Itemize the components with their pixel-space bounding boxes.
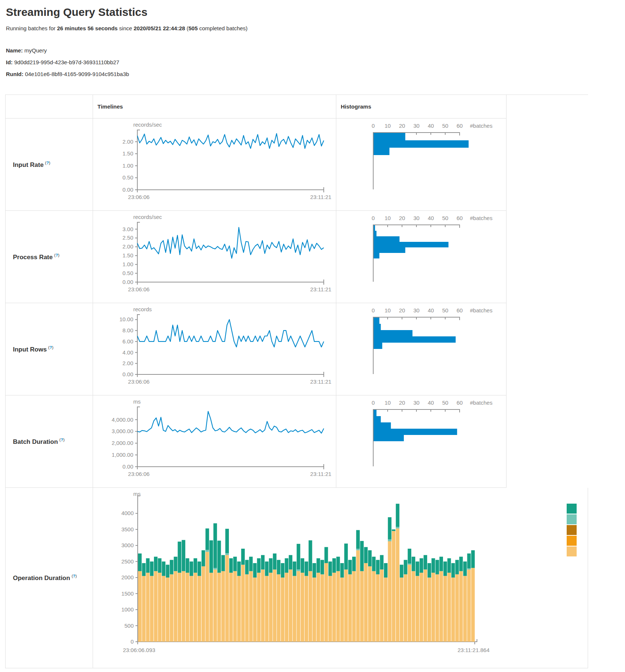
operation-duration-chart-cell: ms4000350030002500200015001000500023:06:… [93, 488, 588, 668]
summary-prefix: Running batches for [6, 25, 57, 31]
row-label: Process Rate [13, 253, 53, 260]
svg-text:40: 40 [428, 215, 434, 221]
svg-text:0.00: 0.00 [123, 279, 133, 285]
svg-text:1.50: 1.50 [123, 150, 133, 157]
svg-text:40: 40 [428, 307, 434, 313]
query-meta: Name: myQuery Id: 9d0dd219-995d-423e-b97… [6, 45, 625, 80]
input-rows-help-icon[interactable]: (?) [48, 345, 54, 350]
operation-duration-label-cell: Operation Duration(?) [6, 488, 93, 668]
row-label: Input Rows [13, 346, 47, 353]
svg-text:0: 0 [372, 123, 375, 129]
row-label: Operation Duration [13, 575, 70, 582]
svg-text:1500: 1500 [121, 590, 134, 597]
input-rows-label-cell: Input Rows(?) [6, 303, 93, 395]
svg-text:20: 20 [399, 400, 405, 406]
svg-text:10: 10 [385, 307, 391, 313]
svg-text:50: 50 [442, 215, 449, 221]
input-rate-row: Input Rate(?) records/sec2.001.501.000.5… [6, 119, 588, 211]
svg-text:10: 10 [385, 400, 391, 406]
input-rate-histogram-cell: 0102030405060#batches [336, 119, 506, 211]
query-id-label: Id: [6, 59, 13, 65]
svg-text:1,000.00: 1,000.00 [112, 452, 133, 458]
svg-text:30: 30 [413, 307, 420, 313]
histograms-header: Histograms [336, 95, 506, 119]
running-batches-summary: Running batches for 26 minutes 56 second… [6, 25, 625, 31]
query-id-line: Id: 9d0dd219-995d-423e-b97d-36931110bb27 [6, 56, 625, 68]
process-rate-histogram-chart: 0102030405060#batches [336, 211, 506, 295]
svg-text:1.50: 1.50 [123, 252, 133, 258]
query-id-value: 9d0dd219-995d-423e-b97d-36931110bb27 [14, 59, 120, 65]
svg-text:3000: 3000 [121, 542, 134, 548]
streaming-query-statistics-page: Streaming Query Statistics Running batch… [0, 0, 625, 672]
svg-text:3.00: 3.00 [123, 226, 133, 232]
batch-duration-help-icon[interactable]: (?) [59, 438, 65, 442]
svg-text:0.50: 0.50 [123, 270, 133, 276]
query-runid-value: 04e101e6-8bf8-4165-9099-9104c951ba3b [25, 71, 129, 77]
svg-text:2.00: 2.00 [123, 360, 133, 366]
input-rows-timeline-cell: records10.008.006.004.002.000.0023:06:06… [93, 303, 336, 395]
svg-text:2.00: 2.00 [123, 138, 133, 145]
svg-text:#batches: #batches [470, 400, 492, 406]
input-rows-histogram-cell: 0102030405060#batches [336, 303, 506, 395]
process-rate-help-icon[interactable]: (?) [54, 253, 59, 257]
svg-text:3500: 3500 [121, 526, 134, 532]
svg-text:records: records [133, 306, 152, 312]
row-label: Batch Duration [13, 438, 58, 445]
svg-text:23:06:06.093: 23:06:06.093 [123, 647, 155, 653]
svg-text:30: 30 [413, 123, 420, 129]
input-rate-timeline-cell: records/sec2.001.501.000.500.0023:06:062… [93, 119, 336, 211]
statistics-table: Timelines Histograms Input Rate(?) recor… [5, 95, 588, 668]
operation-duration-help-icon[interactable]: (?) [72, 574, 77, 578]
query-name-value: myQuery [24, 47, 47, 54]
input-rate-label-cell: Input Rate(?) [6, 119, 93, 211]
process-rate-histogram-cell: 0102030405060#batches [336, 211, 506, 303]
svg-text:10.00: 10.00 [119, 316, 133, 322]
completed-batches-count: 505 [189, 25, 198, 31]
svg-text:50: 50 [442, 400, 449, 406]
operation-duration-row: Operation Duration(?) ms4000350030002500… [6, 488, 588, 668]
process-rate-row: Process Rate(?) records/sec3.002.502.001… [6, 211, 588, 303]
page-title: Streaming Query Statistics [6, 6, 625, 18]
svg-text:20: 20 [399, 215, 405, 221]
svg-text:6.00: 6.00 [123, 338, 133, 344]
svg-text:40: 40 [428, 123, 434, 129]
svg-text:0.00: 0.00 [123, 371, 133, 377]
svg-text:#batches: #batches [470, 215, 492, 221]
svg-text:0: 0 [372, 215, 375, 221]
batch-duration-histogram-cell: 0102030405060#batches [336, 395, 506, 488]
svg-text:23:11:21.864: 23:11:21.864 [458, 647, 490, 653]
input-rate-timeline-chart: records/sec2.001.501.000.500.0023:06:062… [93, 119, 335, 203]
svg-text:23:06:06: 23:06:06 [128, 471, 150, 477]
svg-text:0.00: 0.00 [123, 463, 133, 470]
process-rate-timeline-cell: records/sec3.002.502.001.501.000.500.002… [93, 211, 336, 303]
svg-text:0: 0 [372, 400, 375, 406]
svg-text:0: 0 [372, 307, 375, 313]
svg-text:23:11:21: 23:11:21 [310, 471, 331, 477]
input-rows-row: Input Rows(?) records10.008.006.004.002.… [6, 303, 588, 395]
summary-paren: ( [185, 25, 188, 31]
batch-duration-row: Batch Duration(?) ms4,000.003,000.002,00… [6, 395, 588, 488]
batch-duration-timeline-cell: ms4,000.003,000.002,000.001,000.000.0023… [93, 395, 336, 488]
svg-text:30: 30 [413, 400, 420, 406]
svg-text:23:06:06: 23:06:06 [128, 286, 150, 292]
summary-suffix: completed batches) [198, 25, 248, 31]
svg-text:records/sec: records/sec [133, 214, 162, 220]
svg-text:50: 50 [442, 307, 449, 313]
svg-text:40: 40 [428, 400, 434, 406]
svg-text:1.00: 1.00 [123, 162, 133, 169]
svg-text:23:06:06: 23:06:06 [128, 378, 150, 385]
svg-text:50: 50 [442, 123, 449, 129]
svg-text:23:11:21: 23:11:21 [310, 378, 331, 385]
svg-text:10: 10 [385, 215, 391, 221]
svg-text:ms: ms [133, 398, 141, 405]
batch-duration-timeline-chart: ms4,000.003,000.002,000.001,000.000.0023… [93, 395, 335, 480]
svg-text:#batches: #batches [470, 307, 492, 313]
process-rate-label-cell: Process Rate(?) [6, 211, 93, 303]
svg-text:1.00: 1.00 [123, 261, 133, 267]
svg-text:1000: 1000 [121, 606, 134, 613]
svg-text:3,000.00: 3,000.00 [112, 428, 133, 434]
input-rate-help-icon[interactable]: (?) [45, 161, 50, 165]
svg-text:20: 20 [399, 123, 405, 129]
svg-text:0.00: 0.00 [123, 186, 133, 193]
summary-mid: since [118, 25, 134, 31]
